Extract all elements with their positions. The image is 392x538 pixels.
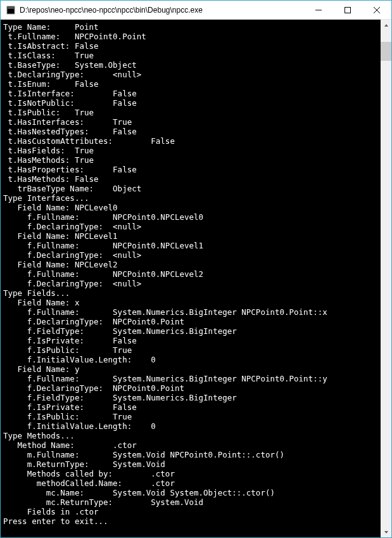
scrollbar-thumb[interactable] (381, 42, 391, 61)
scroll-up-arrow-icon[interactable] (381, 20, 391, 30)
window-title: D:\repos\neo-npcc\neo-npcc\npcc\bin\Debu… (20, 6, 304, 15)
scroll-down-arrow-icon[interactable] (381, 527, 391, 537)
console-window: D:\repos\neo-npcc\neo-npcc\npcc\bin\Debu… (0, 0, 392, 538)
console-area: Type Name: Point t.Fullname: NPCPoint0.P… (1, 20, 391, 537)
svg-rect-3 (345, 7, 351, 13)
scrollbar-track[interactable] (381, 30, 391, 527)
vertical-scrollbar[interactable] (381, 20, 391, 537)
app-icon (6, 5, 16, 15)
maximize-button[interactable] (333, 1, 362, 19)
svg-marker-6 (384, 24, 388, 27)
svg-rect-1 (8, 7, 14, 9)
window-controls (304, 1, 391, 19)
titlebar: D:\repos\neo-npcc\neo-npcc\npcc\bin\Debu… (1, 1, 391, 20)
minimize-button[interactable] (304, 1, 333, 19)
svg-marker-7 (384, 531, 388, 534)
close-button[interactable] (362, 1, 391, 19)
console-output[interactable]: Type Name: Point t.Fullname: NPCPoint0.P… (1, 20, 381, 537)
